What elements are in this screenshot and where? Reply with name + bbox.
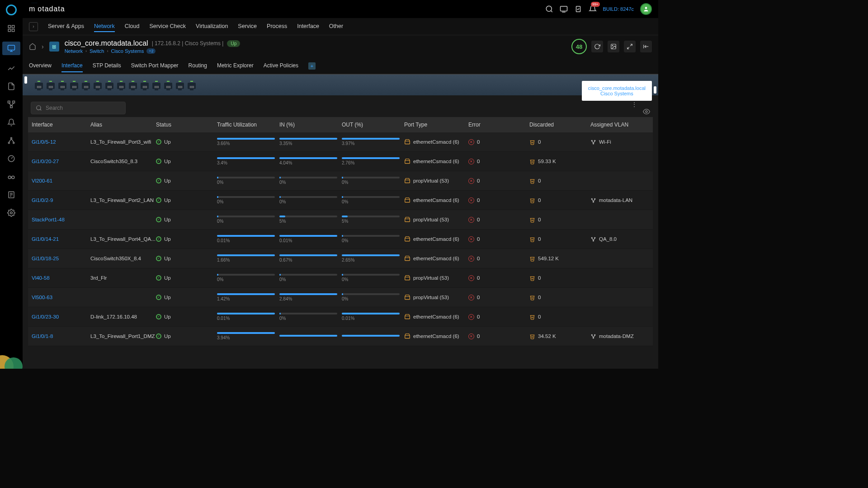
refresh-button[interactable] (591, 41, 603, 52)
primary-tab[interactable]: Service (238, 21, 257, 32)
svg-point-14 (13, 142, 14, 144)
status-up-icon (156, 295, 161, 300)
interface-link[interactable]: Gi1/0/14-21 (32, 236, 59, 242)
primary-tab[interactable]: Process (267, 21, 287, 32)
scroll-handle-right[interactable] (654, 86, 656, 94)
alias-text: 3rd_Flr (90, 275, 156, 281)
table-row: Gi1/0/5-12L3_To_Firewall_Port3_wifiUp3.6… (28, 132, 653, 152)
table-row: Vl200-61Up0%0%0%propVirtual (53)✕00 (28, 171, 653, 191)
switch-port[interactable] (105, 81, 114, 89)
fullscreen-button[interactable] (624, 41, 636, 52)
switch-port[interactable] (140, 81, 149, 89)
error-icon: ✕ (468, 139, 474, 145)
bell-icon[interactable] (6, 117, 16, 127)
secondary-tab[interactable]: STP Details (93, 60, 121, 72)
switch-port[interactable] (175, 81, 184, 89)
primary-tab[interactable]: Server & Apps (48, 21, 84, 32)
switch-port[interactable] (81, 81, 90, 89)
port-type-icon (404, 139, 410, 145)
extra-tags-chip[interactable]: +2 (146, 48, 156, 54)
svg-point-53 (593, 201, 594, 202)
primary-tab[interactable]: Interface (297, 21, 319, 32)
primary-tab[interactable]: Cloud (125, 21, 140, 32)
switch-port[interactable] (93, 81, 102, 89)
primary-tabs: › Server & AppsNetworkCloudService Check… (23, 18, 658, 35)
svg-line-54 (592, 199, 593, 201)
status-up-icon (156, 275, 161, 281)
interface-link[interactable]: Gi1/0/5-12 (32, 139, 56, 145)
image-button[interactable] (608, 41, 619, 52)
topology-icon[interactable] (6, 136, 16, 145)
interface-link[interactable]: Vl40-58 (32, 275, 50, 281)
primary-tab[interactable]: Service Check (149, 21, 186, 32)
notification-bell-icon[interactable]: 99+ (589, 5, 597, 13)
interface-link[interactable]: Vl500-63 (32, 295, 52, 300)
gauge-icon[interactable] (6, 154, 16, 164)
table-search[interactable] (31, 102, 126, 114)
report-icon[interactable] (6, 190, 16, 200)
svg-line-16 (11, 139, 14, 142)
interface-link[interactable]: Gi1/0/23-30 (32, 314, 59, 319)
switch-port[interactable] (117, 81, 126, 89)
switch-port[interactable] (152, 81, 161, 89)
scroll-handle-left[interactable] (24, 76, 27, 84)
switch-port[interactable] (46, 81, 55, 89)
chart-icon[interactable] (6, 63, 16, 73)
svg-point-52 (594, 198, 595, 199)
binoculars-icon[interactable] (6, 172, 16, 182)
switch-port[interactable] (128, 81, 137, 89)
grid-icon[interactable] (6, 23, 16, 33)
eye-icon[interactable] (643, 108, 650, 115)
port-type-icon (404, 197, 410, 203)
user-avatar[interactable] (640, 3, 652, 15)
switch-port[interactable] (34, 81, 43, 89)
interface-link[interactable]: Gi1/0/2-9 (32, 197, 53, 203)
svg-point-51 (591, 198, 592, 199)
secondary-tab[interactable]: Routing (189, 60, 207, 72)
svg-point-69 (594, 334, 595, 335)
home-icon[interactable] (29, 43, 36, 50)
expand-nav-button[interactable]: › (29, 22, 38, 31)
svg-line-11 (11, 103, 14, 106)
svg-line-18 (11, 157, 13, 159)
document-icon[interactable] (6, 81, 16, 91)
primary-tab[interactable]: Virtualization (196, 21, 228, 32)
add-tab-button[interactable]: + (308, 62, 316, 70)
monitor-icon[interactable] (2, 42, 20, 55)
primary-tab[interactable]: Network (94, 21, 115, 32)
interface-link[interactable]: Gi1/0/18-25 (32, 256, 59, 261)
svg-rect-42 (405, 141, 410, 144)
more-menu-icon[interactable]: ⋮ (631, 101, 637, 115)
table-row: Gi1/0/1-8L3_To_Firewall_Port1_DMZUp3.94%… (28, 327, 653, 346)
switch-port[interactable] (187, 81, 196, 89)
secondary-tab[interactable]: Metric Explorer (217, 60, 254, 72)
svg-point-32 (645, 7, 647, 9)
secondary-tab[interactable]: Interface (61, 60, 83, 72)
collapse-button[interactable] (640, 41, 652, 52)
svg-point-39 (37, 106, 41, 110)
switch-port[interactable] (70, 81, 79, 89)
vlan-icon (590, 139, 596, 145)
interface-link[interactable]: Gi1/0/1-8 (32, 333, 53, 339)
search-icon[interactable] (545, 5, 553, 13)
gear-icon[interactable] (6, 208, 16, 218)
svg-rect-63 (405, 258, 410, 260)
svg-point-12 (11, 137, 12, 139)
notification-badge: 99+ (591, 2, 600, 7)
secondary-tab[interactable]: Overview (29, 60, 52, 72)
interface-link[interactable]: Vl200-61 (32, 178, 52, 183)
clipboard-icon[interactable] (574, 5, 582, 13)
primary-tab[interactable]: Other (329, 21, 343, 32)
discard-icon (529, 217, 535, 223)
network-icon[interactable] (6, 99, 16, 109)
switch-port[interactable] (164, 81, 173, 89)
table-header: Interface Alias Status Traffic Utilizati… (28, 117, 653, 132)
switch-port[interactable] (58, 81, 67, 89)
interface-link[interactable]: Gi1/0/20-27 (32, 159, 59, 164)
search-input[interactable] (46, 105, 121, 111)
secondary-tab[interactable]: Active Policies (264, 60, 298, 72)
secondary-tab[interactable]: Switch Port Mapper (131, 60, 179, 72)
discard-icon (529, 139, 535, 145)
screen-icon[interactable] (560, 5, 568, 13)
interface-link[interactable]: StackPort1-48 (32, 217, 65, 222)
